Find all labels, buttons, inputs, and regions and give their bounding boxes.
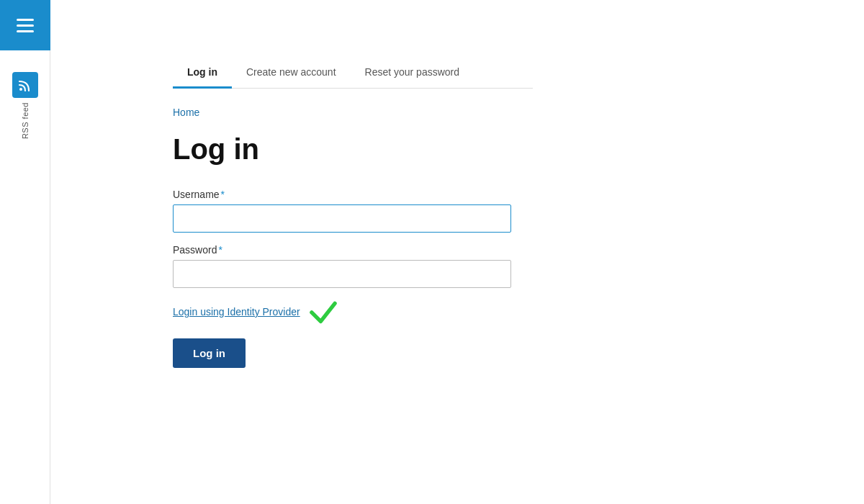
idp-link[interactable]: Login using Identity Provider bbox=[173, 306, 300, 318]
hamburger-menu-button[interactable] bbox=[17, 19, 34, 32]
breadcrumb-home-link[interactable]: Home bbox=[173, 107, 199, 118]
page-title: Log in bbox=[173, 133, 864, 166]
username-label: Username* bbox=[173, 189, 511, 200]
breadcrumb: Home bbox=[173, 106, 864, 119]
rss-label: RSS feed bbox=[21, 102, 30, 139]
tab-bar: Log in Create new account Reset your pas… bbox=[173, 58, 533, 89]
sidebar: RSS feed bbox=[0, 0, 50, 504]
username-input[interactable] bbox=[173, 204, 511, 233]
username-group: Username* bbox=[173, 189, 511, 233]
tab-login[interactable]: Log in bbox=[173, 58, 232, 89]
tab-create-account[interactable]: Create new account bbox=[232, 58, 351, 89]
login-form: Username* Password* Login using Identity… bbox=[173, 189, 511, 368]
top-bar bbox=[0, 0, 50, 50]
password-group: Password* bbox=[173, 244, 511, 288]
checkmark-icon bbox=[309, 300, 338, 324]
tab-reset-password[interactable]: Reset your password bbox=[351, 58, 474, 89]
svg-point-0 bbox=[19, 88, 22, 91]
rss-icon bbox=[12, 72, 38, 98]
password-label: Password* bbox=[173, 244, 511, 256]
username-required: * bbox=[221, 189, 225, 200]
login-button[interactable]: Log in bbox=[173, 338, 246, 368]
main-content: Log in Create new account Reset your pas… bbox=[50, 0, 864, 504]
idp-row: Login using Identity Provider bbox=[173, 300, 511, 324]
password-input[interactable] bbox=[173, 260, 511, 288]
sidebar-item-rss[interactable]: RSS feed bbox=[12, 72, 38, 139]
password-required: * bbox=[218, 244, 222, 256]
